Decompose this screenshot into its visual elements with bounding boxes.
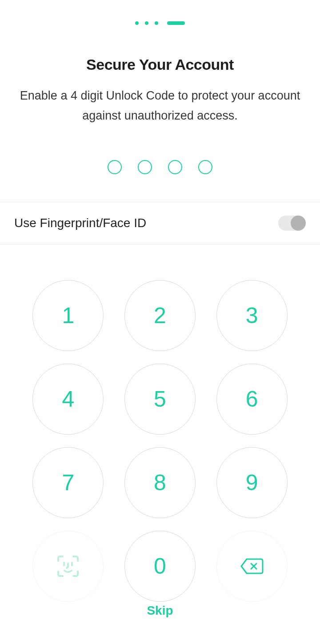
secure-account-screen: Secure Your Account Enable a 4 digit Unl… bbox=[0, 0, 320, 644]
progress-step-3 bbox=[155, 21, 158, 25]
key-2[interactable]: 2 bbox=[124, 280, 196, 351]
key-3[interactable]: 3 bbox=[216, 280, 288, 351]
biometric-label: Use Fingerprint/Face ID bbox=[14, 216, 146, 230]
key-6[interactable]: 6 bbox=[216, 364, 288, 435]
biometric-toggle[interactable] bbox=[278, 216, 306, 231]
key-4[interactable]: 4 bbox=[32, 364, 104, 435]
skip-button[interactable]: Skip bbox=[0, 604, 320, 618]
page-title: Secure Your Account bbox=[18, 56, 302, 73]
key-7[interactable]: 7 bbox=[32, 447, 104, 518]
pin-dot-1 bbox=[108, 160, 122, 174]
pin-indicator bbox=[0, 160, 320, 174]
progress-step-4-current bbox=[167, 21, 185, 25]
header: Secure Your Account Enable a 4 digit Unl… bbox=[0, 56, 320, 125]
pin-dot-2 bbox=[138, 160, 152, 174]
key-backspace[interactable] bbox=[216, 531, 288, 602]
key-9[interactable]: 9 bbox=[216, 447, 288, 518]
key-5[interactable]: 5 bbox=[124, 364, 196, 435]
key-1[interactable]: 1 bbox=[32, 280, 104, 351]
key-biometric[interactable] bbox=[32, 531, 104, 602]
pin-dot-3 bbox=[168, 160, 182, 174]
pin-dot-4 bbox=[198, 160, 212, 174]
biometric-setting-row: Use Fingerprint/Face ID bbox=[0, 202, 320, 244]
toggle-knob bbox=[291, 216, 306, 231]
progress-indicator bbox=[0, 21, 320, 25]
numeric-keypad: 1 2 3 4 5 6 7 8 9 0 bbox=[0, 280, 320, 602]
progress-step-2 bbox=[145, 21, 148, 25]
page-subtitle: Enable a 4 digit Unlock Code to protect … bbox=[18, 86, 302, 125]
face-id-icon bbox=[54, 552, 82, 580]
key-0[interactable]: 0 bbox=[124, 531, 196, 602]
key-8[interactable]: 8 bbox=[124, 447, 196, 518]
backspace-icon bbox=[240, 557, 264, 575]
progress-step-1 bbox=[135, 21, 139, 25]
